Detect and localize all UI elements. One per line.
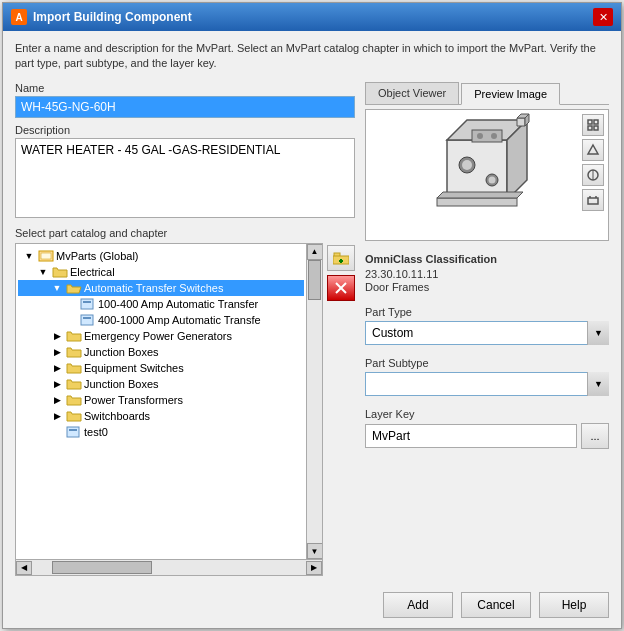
tree-label: Junction Boxes xyxy=(84,378,159,390)
description-label: Description xyxy=(15,124,355,136)
folder-icon xyxy=(66,361,82,375)
view-btn-3[interactable] xyxy=(582,164,604,186)
tree-label: test0 xyxy=(84,426,108,438)
part-icon xyxy=(80,297,96,311)
svg-rect-3 xyxy=(41,253,51,259)
app-icon: A xyxy=(11,9,27,25)
tree-item-mvparts[interactable]: ▼ MvParts (Global) xyxy=(18,248,304,264)
part-type-section: Part Type Custom Standard Pipe Duct ▼ xyxy=(365,306,609,345)
viewer-section: Object Viewer Preview Image xyxy=(365,82,609,241)
svg-rect-33 xyxy=(594,120,598,124)
tree-item-electrical[interactable]: ▼ Electrical xyxy=(18,264,304,280)
title-bar-left: A Import Building Component xyxy=(11,9,192,25)
left-panel: Name Description WATER HEATER - 45 GAL -… xyxy=(15,82,355,576)
folder-icon xyxy=(66,393,82,407)
folder-open-icon xyxy=(66,281,82,295)
tree-item-epg[interactable]: ▶ Emergency Power Generators xyxy=(18,328,304,344)
layer-key-browse-btn[interactable]: ... xyxy=(581,423,609,449)
svg-marker-36 xyxy=(588,145,598,154)
tab-preview-image[interactable]: Preview Image xyxy=(461,83,560,105)
scroll-up-btn[interactable]: ▲ xyxy=(307,244,323,260)
svg-rect-7 xyxy=(83,317,91,319)
scroll-down-btn[interactable]: ▼ xyxy=(307,543,323,559)
part-type-dropdown[interactable]: Custom Standard Pipe Duct xyxy=(365,321,609,345)
layer-key-label: Layer Key xyxy=(365,408,609,420)
add-folder-btn[interactable] xyxy=(327,245,355,271)
scroll-right-btn[interactable]: ▶ xyxy=(306,561,322,575)
folder-icon xyxy=(66,329,82,343)
add-button[interactable]: Add xyxy=(383,592,453,618)
catalog-tree-area: ▼ MvParts (Global) ▼ xyxy=(15,243,355,576)
cancel-button[interactable]: Cancel xyxy=(461,592,531,618)
hscroll-thumb[interactable] xyxy=(52,561,152,574)
tree-item-switchboards[interactable]: ▶ Switchboards xyxy=(18,408,304,424)
layer-key-section: Layer Key ... xyxy=(365,408,609,449)
hscroll-track[interactable] xyxy=(32,560,306,575)
tree-item-junction2[interactable]: ▶ Junction Boxes xyxy=(18,376,304,392)
dialog-title: Import Building Component xyxy=(33,10,192,24)
part-subtype-dropdown-wrapper: ▼ xyxy=(365,372,609,396)
expand-icon: ▶ xyxy=(50,377,64,391)
viewer-area xyxy=(365,109,609,241)
tree-item-equipment[interactable]: ▶ Equipment Switches xyxy=(18,360,304,376)
omniclass-name: Door Frames xyxy=(365,281,609,293)
tree-item-junction[interactable]: ▶ Junction Boxes xyxy=(18,344,304,360)
layer-key-input[interactable] xyxy=(365,424,577,448)
svg-marker-31 xyxy=(437,192,523,198)
viewer-buttons xyxy=(582,114,604,211)
instructions-text: Enter a name and description for the MvP… xyxy=(15,41,609,76)
tree-scroll[interactable]: ▼ MvParts (Global) ▼ xyxy=(16,244,306,559)
catalog-section-label: Select part catalog and chapter xyxy=(15,227,355,239)
tree-label: Switchboards xyxy=(84,410,150,422)
tree-label: 100-400 Amp Automatic Transfer xyxy=(98,298,258,310)
view-btn-4[interactable] xyxy=(582,189,604,211)
svg-rect-4 xyxy=(81,299,93,309)
tree-item-power[interactable]: ▶ Power Transformers xyxy=(18,392,304,408)
tree-item-test0[interactable]: test0 xyxy=(18,424,304,440)
view-btn-1[interactable] xyxy=(582,114,604,136)
scroll-track[interactable] xyxy=(307,260,322,543)
no-expand xyxy=(64,313,78,327)
name-input[interactable] xyxy=(15,96,355,118)
tree-label: 400-1000 Amp Automatic Transfe xyxy=(98,314,261,326)
tree-item-ats[interactable]: ▼ Automatic Transfer Switches xyxy=(18,280,304,296)
view-btn-2[interactable] xyxy=(582,139,604,161)
svg-marker-27 xyxy=(517,118,525,126)
help-button[interactable]: Help xyxy=(539,592,609,618)
tree-label: Emergency Power Generators xyxy=(84,330,232,342)
scroll-thumb[interactable] xyxy=(308,260,321,300)
name-field-group: Name xyxy=(15,82,355,118)
right-panel: Object Viewer Preview Image xyxy=(365,82,609,576)
expand-icon: ▶ xyxy=(50,345,64,359)
svg-rect-39 xyxy=(588,198,598,204)
part-subtype-dropdown[interactable] xyxy=(365,372,609,396)
no-expand xyxy=(50,425,64,439)
part-type-label: Part Type xyxy=(365,306,609,318)
svg-text:A: A xyxy=(15,12,22,23)
tab-object-viewer[interactable]: Object Viewer xyxy=(365,82,459,104)
svg-point-21 xyxy=(462,160,472,170)
expand-icon: ▼ xyxy=(22,249,36,263)
delete-btn[interactable] xyxy=(327,275,355,301)
expand-icon: ▶ xyxy=(50,409,64,423)
tree-label: MvParts (Global) xyxy=(56,250,139,262)
close-button[interactable]: ✕ xyxy=(593,8,613,26)
description-input[interactable]: WATER HEATER - 45 GAL -GAS-RESIDENTIAL xyxy=(15,138,355,218)
tree-label: Equipment Switches xyxy=(84,362,184,374)
part-icon xyxy=(80,313,96,327)
title-bar: A Import Building Component ✕ xyxy=(3,3,621,31)
tree-item-400-1000[interactable]: 400-1000 Amp Automatic Transfe xyxy=(18,312,304,328)
folder-icon xyxy=(66,377,82,391)
part-icon xyxy=(66,425,82,439)
svg-rect-9 xyxy=(69,429,77,431)
part-type-dropdown-wrapper: Custom Standard Pipe Duct ▼ xyxy=(365,321,609,345)
tree-label: Power Transformers xyxy=(84,394,183,406)
description-field-group: Description WATER HEATER - 45 GAL -GAS-R… xyxy=(15,124,355,221)
scroll-left-btn[interactable]: ◀ xyxy=(16,561,32,575)
tree-item-100-400[interactable]: 100-400 Amp Automatic Transfer xyxy=(18,296,304,312)
omniclass-code: 23.30.10.11.11 xyxy=(365,268,609,280)
tree-label: Electrical xyxy=(70,266,115,278)
no-expand xyxy=(64,297,78,311)
part-subtype-section: Part Subtype ▼ xyxy=(365,357,609,396)
name-label: Name xyxy=(15,82,355,94)
